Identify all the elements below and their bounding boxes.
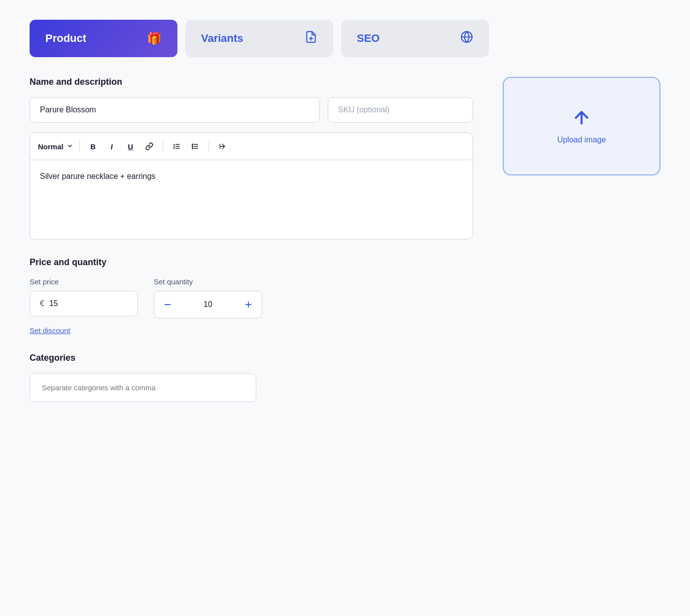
right-panel: Upload image <box>503 77 660 175</box>
quantity-label: Set quantity <box>154 277 262 286</box>
editor-toolbar: Normal B I U <box>30 133 473 160</box>
tab-variants-icon <box>305 31 317 46</box>
tab-product-label: Product <box>45 32 86 45</box>
quantity-value: 10 <box>181 300 235 309</box>
name-description-section: Name and description Normal <box>30 77 473 240</box>
name-description-title: Name and description <box>30 77 473 87</box>
description-content[interactable]: Silver parure necklace + earrings <box>30 160 473 239</box>
link-button[interactable] <box>142 139 157 154</box>
price-value: 15 <box>49 299 58 308</box>
bold-button[interactable]: B <box>86 139 101 154</box>
quantity-increment-button[interactable] <box>235 291 262 318</box>
tab-seo-icon <box>460 31 473 46</box>
description-editor: Normal B I U <box>30 133 473 240</box>
toolbar-divider-1 <box>79 141 80 151</box>
ordered-list-button[interactable] <box>169 139 184 154</box>
main-layout: Name and description Normal <box>30 77 660 420</box>
svg-point-12 <box>192 148 193 149</box>
format-label: Normal <box>38 142 64 151</box>
svg-point-11 <box>192 146 193 147</box>
unordered-list-icon <box>191 142 199 150</box>
format-chevron-icon <box>67 142 73 151</box>
tab-product[interactable]: Product 🎁 <box>30 20 177 57</box>
price-group: Set price € 15 <box>30 277 138 318</box>
tabs-row: Product 🎁 Variants SEO <box>30 20 660 57</box>
tab-product-icon: 🎁 <box>147 32 162 45</box>
upload-label: Upload image <box>557 136 606 144</box>
price-quantity-title: Price and quantity <box>30 257 473 268</box>
toolbar-divider-3 <box>208 141 209 151</box>
italic-icon: I <box>111 142 113 151</box>
svg-point-10 <box>192 144 193 145</box>
quantity-decrement-button[interactable] <box>154 291 181 318</box>
categories-section: Categories <box>30 353 473 402</box>
currency-symbol: € <box>40 299 44 308</box>
clear-format-icon <box>218 142 226 150</box>
toolbar-divider-2 <box>163 141 163 151</box>
link-icon <box>145 142 153 150</box>
tab-variants-label: Variants <box>201 32 243 45</box>
upload-image-area[interactable]: Upload image <box>503 77 660 175</box>
price-label: Set price <box>30 277 138 286</box>
italic-button[interactable]: I <box>104 139 119 154</box>
quantity-wrapper: 10 <box>154 291 262 318</box>
quantity-group: Set quantity 10 <box>154 277 262 318</box>
categories-input[interactable] <box>30 373 256 402</box>
upload-arrow-icon <box>572 108 591 128</box>
format-select[interactable]: Normal <box>38 142 73 151</box>
tab-variants[interactable]: Variants <box>185 20 333 57</box>
plus-icon <box>244 300 253 309</box>
price-quantity-row: Set price € 15 Set quantity <box>30 277 473 318</box>
underline-icon: U <box>128 142 133 151</box>
tab-seo[interactable]: SEO <box>341 20 489 57</box>
unordered-list-button[interactable] <box>188 139 203 154</box>
price-quantity-section: Price and quantity Set price € 15 Set qu… <box>30 257 473 335</box>
clear-format-button[interactable] <box>215 139 230 154</box>
product-name-input[interactable] <box>30 97 320 123</box>
sku-input[interactable] <box>328 97 473 123</box>
tab-seo-label: SEO <box>357 32 380 45</box>
underline-button[interactable]: U <box>123 139 138 154</box>
bold-icon: B <box>90 142 96 151</box>
minus-icon <box>163 300 172 309</box>
categories-title: Categories <box>30 353 473 363</box>
left-panel: Name and description Normal <box>30 77 473 420</box>
price-input-wrapper[interactable]: € 15 <box>30 291 138 316</box>
set-discount-button[interactable]: Set discount <box>30 326 70 335</box>
name-sku-row <box>30 97 473 123</box>
ordered-list-icon <box>172 142 180 150</box>
